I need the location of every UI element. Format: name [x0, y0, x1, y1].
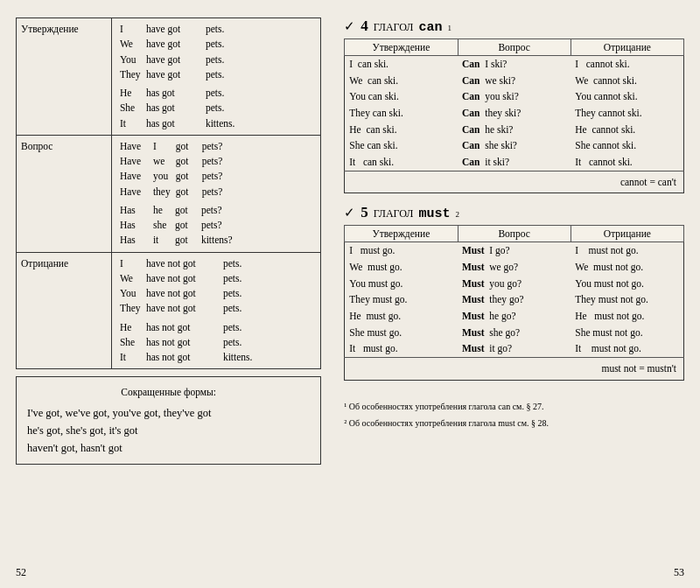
section4-title-word: can: [418, 20, 442, 35]
section4: ✓ 4 ГЛАГОЛ can1 Утверждение Вопрос Отриц…: [344, 18, 684, 193]
must-header-aff: Утверждение: [345, 226, 458, 242]
cannot-equation: cannot = can't: [345, 171, 684, 193]
section4-num: 4: [360, 18, 368, 35]
footnotes: ¹ Об особенностях употребления глагола c…: [344, 396, 684, 430]
section4-title-prefix: ГЛАГОЛ: [374, 21, 414, 34]
question-label: Вопрос: [21, 141, 52, 151]
affirmation-label: Утверждение: [21, 24, 79, 34]
can-table: Утверждение Вопрос Отрицание I can ski.C…: [344, 38, 684, 193]
page-number-right: 53: [674, 566, 684, 579]
must-header-q: Вопрос: [458, 226, 570, 242]
negation-rows-a: Ihave not gotpets. Wehave not gotpets. Y…: [117, 256, 317, 317]
section5-num: 5: [360, 204, 368, 221]
section5-sup: 2: [455, 210, 459, 219]
can-header-neg: Отрицание: [570, 39, 683, 56]
section5-title-word: must: [418, 206, 450, 221]
short-form-line-3: haven't got, hasn't got: [27, 439, 310, 457]
left-page: Утверждение Ihave gotpets. Wehave gotpet…: [9, 9, 328, 579]
short-form-line-1: I've got, we've got, you've got, they've…: [27, 404, 310, 422]
section4-checkmark: ✓: [344, 18, 355, 34]
footnote-2: ² Об особенностях употребления глагола m…: [344, 416, 684, 430]
question-rows-a: HaveIgotpets? Havewegotpets? Haveyougotp…: [117, 139, 317, 200]
question-rows-b: Hashegotpets? Hasshegotpets? Hasitgotkit…: [117, 203, 317, 248]
short-form-line-2: he's got, she's got, it's got: [27, 422, 310, 439]
negation-label: Отрицание: [21, 258, 68, 269]
short-forms-content: I've got, we've got, you've got, they've…: [27, 404, 310, 457]
must-table: Утверждение Вопрос Отрицание I must go.M…: [344, 225, 684, 380]
section4-header: ✓ 4 ГЛАГОЛ can1: [344, 18, 684, 35]
negation-section: Отрицание Ihave not gotpets. Wehave not …: [17, 252, 321, 318]
short-forms-title: Сокращенные формы:: [27, 384, 310, 400]
have-got-table: Утверждение Ihave gotpets. Wehave gotpet…: [16, 18, 321, 369]
can-header-q: Вопрос: [458, 39, 570, 56]
question-section: Вопрос HaveIgotpets? Havewegotpets? Have…: [17, 135, 321, 201]
section5: ✓ 5 ГЛАГОЛ must2 Утверждение Вопрос Отри…: [344, 204, 684, 380]
negation-rows-b: Hehas not gotpets. Shehas not gotpets. I…: [117, 320, 317, 366]
page-spread: Утверждение Ihave gotpets. Wehave gotpet…: [0, 0, 700, 588]
must-table-header: Утверждение Вопрос Отрицание: [345, 226, 684, 242]
footnote-1: ¹ Об особенностях употребления глагола c…: [344, 400, 684, 413]
affirmation-rows-a: Ihave gotpets. Wehave gotpets. Youhave g…: [117, 22, 317, 82]
section5-checkmark: ✓: [344, 205, 355, 220]
affirmation-rows-b: Hehas gotpets. Shehas gotpets. Ithas got…: [117, 86, 317, 131]
can-header-aff: Утверждение: [345, 39, 458, 56]
section5-title-prefix: ГЛАГОЛ: [374, 207, 414, 220]
can-table-header: Утверждение Вопрос Отрицание: [345, 39, 684, 56]
section5-header: ✓ 5 ГЛАГОЛ must2: [344, 204, 684, 221]
mustnot-equation: must not = mustn't: [345, 358, 684, 381]
affirmation-section: Утверждение Ihave gotpets. Wehave gotpet…: [17, 18, 321, 85]
page-number-left: 52: [16, 566, 26, 579]
must-header-neg: Отрицание: [570, 226, 683, 242]
short-forms-box: Сокращенные формы: I've got, we've got, …: [16, 376, 321, 464]
right-page: ✓ 4 ГЛАГОЛ can1 Утверждение Вопрос Отриц…: [337, 9, 691, 579]
section4-sup: 1: [447, 24, 452, 32]
